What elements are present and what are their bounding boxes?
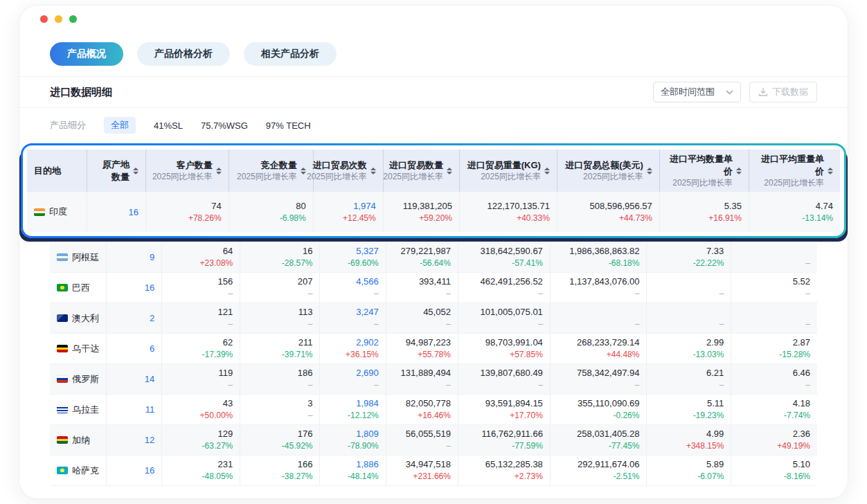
metric-cell: 1,137,843,076.00– — [550, 273, 647, 303]
metric-cell: 5.35+16.91% — [659, 192, 749, 232]
metric-cell: 121– — [162, 303, 240, 334]
metric-cell[interactable]: 5,327-69.60% — [320, 242, 386, 273]
metric-cell[interactable]: 1,974+12.45% — [313, 192, 383, 232]
metric-cell: 131,889,494– — [386, 364, 458, 395]
table-row: 哈萨克斯坦16231-48.05%166-38.27%1,886-48.14%3… — [50, 456, 817, 486]
origin-count-cell[interactable]: 6 — [107, 334, 162, 364]
maximize-button[interactable] — [69, 15, 77, 23]
close-button[interactable] — [40, 15, 48, 23]
destination-cell: 乌干达 — [50, 334, 107, 364]
highlight-spotlight-box: 目的地原产地数量客户数量2025同比增长率竞企数量2025同比增长率进口贸易次数… — [21, 143, 846, 238]
metric-cell: 6.21– — [647, 364, 731, 395]
metric-cell: 2.36+49.19% — [731, 425, 817, 456]
metric-cell[interactable]: 2,902+36.15% — [320, 334, 386, 364]
metric-cell: 98,703,991.04+57.85% — [458, 334, 550, 364]
sort-icon[interactable] — [647, 168, 652, 174]
metric-cell: 2.87-15.28% — [731, 334, 817, 364]
column-header-8: 进口平均数量单价2025同比增长率 — [659, 150, 749, 192]
table-row: 乌拉圭1143+50.00%3–1,984-12.12%82,050,778+1… — [50, 395, 817, 425]
origin-count-cell[interactable]: 16 — [87, 192, 146, 232]
metric-cell[interactable]: 1,886-48.14% — [320, 456, 386, 486]
table-row: 俄罗斯14119–186–2,690–131,889,494–139,807,6… — [50, 364, 817, 395]
metric-cell[interactable]: 1,984-12.12% — [320, 395, 386, 425]
metric-cell[interactable]: 1,809-78.90% — [320, 425, 386, 456]
metric-cell: – — [731, 303, 817, 334]
india-flag-icon — [34, 208, 45, 216]
column-header-4: 进口贸易次数2025同比增长率 — [313, 150, 383, 192]
country-name: 阿根廷 — [72, 251, 99, 264]
minimize-button[interactable] — [55, 15, 62, 23]
filter-label: 产品细分 — [50, 119, 86, 132]
column-header-2: 客户数量2025同比增长率 — [145, 150, 229, 192]
pinned-header-table: 目的地原产地数量客户数量2025同比增长率竞企数量2025同比增长率进口贸易次数… — [27, 150, 840, 232]
metric-cell: 34,947,518+231.66% — [386, 456, 458, 486]
window-controls — [19, 6, 848, 23]
filter-option-757wsg[interactable]: 75.7%WSG — [201, 120, 248, 131]
metric-cell: 508,596,956.57+44.73% — [557, 192, 659, 232]
column-header-9: 进口平均重量单价2025同比增长率 — [749, 150, 840, 192]
metric-cell: 156– — [162, 273, 240, 303]
origin-count-cell[interactable]: 16 — [107, 456, 162, 486]
download-data-button[interactable]: 下载数据 — [749, 82, 817, 102]
sort-icon[interactable] — [447, 168, 452, 174]
metric-cell: – — [647, 273, 731, 303]
sort-icon[interactable] — [216, 168, 222, 174]
metric-cell: 4.99+348.15% — [647, 425, 731, 456]
metric-cell[interactable]: 3,247– — [320, 303, 386, 334]
filter-option-all[interactable]: 全部 — [104, 117, 136, 134]
sort-icon[interactable] — [370, 168, 376, 174]
metric-cell: 82,050,778+16.46% — [386, 395, 458, 425]
divider — [19, 107, 848, 108]
metric-cell: 211-39.71% — [240, 334, 320, 364]
column-header-5: 进口贸易数量2025同比增长率 — [383, 150, 459, 192]
tab-bar: 产品概况 产品价格分析 相关产品分析 — [19, 23, 848, 66]
section-header: 进口数据明细 全部时间范围 下载数据 — [19, 77, 848, 107]
country-name: 巴西 — [72, 282, 90, 294]
metric-cell: 5.52– — [731, 273, 817, 303]
origin-count-cell[interactable]: 9 — [107, 242, 162, 273]
metric-cell: 279,221,987-56.64% — [386, 242, 458, 273]
destination-cell: 俄罗斯 — [50, 364, 107, 395]
metric-cell: 122,170,135.71+40.33% — [460, 192, 557, 232]
sort-icon[interactable] — [544, 168, 550, 174]
origin-count-cell[interactable]: 2 — [107, 303, 162, 334]
country-name: 俄罗斯 — [72, 373, 99, 386]
destination-cell: 巴西 — [50, 273, 107, 303]
download-label: 下载数据 — [772, 86, 808, 98]
country-name: 印度 — [49, 206, 67, 218]
metric-cell: 65,132,285.38+2.73% — [458, 456, 550, 486]
sort-icon[interactable] — [736, 168, 742, 174]
tab-related-products[interactable]: 相关产品分析 — [244, 42, 337, 66]
destination-cell: 阿根廷 — [50, 242, 107, 273]
sort-icon[interactable] — [133, 168, 138, 174]
import-data-table: 阿根廷964+23.08%16-28.57%5,327-69.60%279,22… — [50, 242, 817, 486]
filter-option-41sl[interactable]: 41%SL — [154, 120, 183, 131]
time-range-select[interactable]: 全部时间范围 — [653, 82, 741, 102]
origin-count-cell[interactable]: 11 — [107, 395, 162, 425]
metric-cell[interactable]: 2,690– — [320, 364, 386, 395]
metric-cell: 5.10-8.16% — [731, 456, 817, 486]
ghana-flag-icon — [57, 436, 68, 444]
origin-count-cell[interactable]: 16 — [107, 273, 162, 303]
tab-price-analysis[interactable]: 产品价格分析 — [137, 42, 230, 66]
metric-cell[interactable]: 4,566– — [320, 273, 386, 303]
metric-cell: 355,110,090.69-0.26% — [550, 395, 647, 425]
metric-cell: 4.18-7.74% — [731, 395, 817, 425]
metric-cell: 119,381,205+59.20% — [383, 192, 459, 232]
destination-cell: 乌拉圭 — [50, 395, 107, 425]
metric-cell: 166-38.27% — [240, 456, 320, 486]
chevron-down-icon — [726, 90, 733, 95]
metric-cell: 462,491,256.52– — [458, 273, 550, 303]
sort-icon[interactable] — [828, 168, 833, 174]
column-header-7: 进口贸易总额(美元)2025同比增长率 — [557, 150, 659, 192]
filter-option-97tech[interactable]: 97% TECH — [266, 120, 311, 131]
metric-cell: 113– — [240, 303, 320, 334]
metric-cell: 74+78.26% — [145, 192, 229, 232]
tab-product-overview[interactable]: 产品概况 — [50, 42, 123, 66]
origin-count-cell[interactable]: 14 — [107, 364, 162, 395]
metric-cell: 56,055,519– — [386, 425, 458, 456]
column-header-3: 竞企数量2025同比增长率 — [229, 150, 313, 192]
origin-count-cell[interactable]: 12 — [107, 425, 162, 456]
sort-icon[interactable] — [301, 168, 306, 174]
destination-cell: 印度 — [27, 192, 87, 232]
